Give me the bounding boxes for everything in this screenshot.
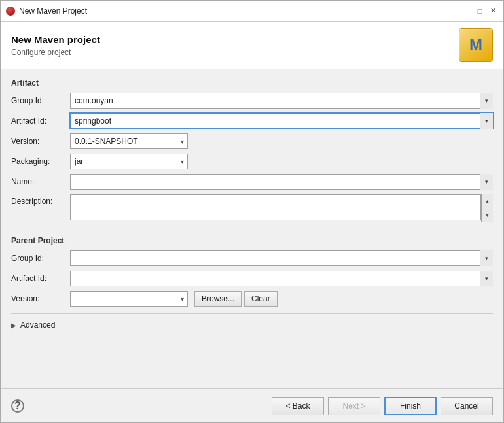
title-bar: New Maven Project — □ ✕ bbox=[1, 1, 503, 22]
parent-artifact-id-wrapper: ▾ bbox=[70, 271, 493, 286]
group-id-input-wrapper: ▾ bbox=[70, 93, 493, 109]
parent-artifact-id-input[interactable] bbox=[70, 271, 493, 286]
name-dropdown-btn[interactable]: ▾ bbox=[480, 174, 493, 190]
clear-button[interactable]: Clear bbox=[244, 291, 278, 307]
browse-button[interactable]: Browse... bbox=[194, 291, 242, 307]
packaging-label: Packaging: bbox=[11, 157, 70, 166]
version-label: Version: bbox=[11, 137, 70, 146]
parent-group-id-dropdown-btn[interactable]: ▾ bbox=[480, 250, 493, 266]
artifact-id-row: Artifact Id: ▾ bbox=[11, 113, 493, 129]
dialog-header: New Maven project Configure project M bbox=[1, 22, 503, 69]
parent-artifact-id-dropdown-btn[interactable]: ▾ bbox=[480, 271, 493, 286]
minimize-button[interactable]: — bbox=[461, 6, 472, 16]
section-separator bbox=[11, 229, 493, 229]
group-id-field: ▾ bbox=[70, 93, 493, 109]
packaging-row: Packaging: jar war pom ear bbox=[11, 154, 493, 169]
name-row: Name: ▾ bbox=[11, 174, 493, 190]
close-button[interactable]: ✕ bbox=[488, 6, 498, 16]
advanced-separator bbox=[11, 313, 493, 314]
dialog-content: Artifact Group Id: ▾ Artifact Id: ▾ bbox=[1, 69, 503, 388]
group-id-input[interactable] bbox=[70, 93, 493, 109]
description-input[interactable] bbox=[70, 194, 481, 220]
dialog-window: New Maven Project — □ ✕ New Maven projec… bbox=[0, 0, 504, 423]
artifact-id-input[interactable] bbox=[70, 113, 493, 129]
parent-artifact-id-label: Artifact Id: bbox=[11, 274, 70, 283]
parent-section-label: Parent Project bbox=[11, 236, 493, 245]
back-button[interactable]: < Back bbox=[272, 397, 324, 415]
description-row: Description: ▲ ▼ bbox=[11, 194, 493, 222]
footer-buttons: < Back Next > Finish Cancel bbox=[272, 397, 493, 415]
app-icon bbox=[6, 7, 15, 16]
header-title: New Maven project bbox=[11, 34, 100, 45]
version-select-wrapper: 0.0.1-SNAPSHOT 1.0.0 1.0.0-SNAPSHOT bbox=[70, 133, 188, 149]
parent-version-label: Version: bbox=[11, 294, 70, 303]
version-row: Version: 0.0.1-SNAPSHOT 1.0.0 1.0.0-SNAP… bbox=[11, 133, 493, 149]
parent-group-id-field: ▾ bbox=[70, 250, 493, 266]
parent-version-select-wrapper bbox=[70, 291, 188, 307]
maven-icon: M bbox=[459, 28, 493, 62]
description-spin-up[interactable]: ▲ bbox=[482, 194, 493, 209]
artifact-id-dropdown-btn[interactable]: ▾ bbox=[480, 113, 493, 129]
header-subtitle: Configure project bbox=[11, 48, 100, 57]
parent-version-select[interactable] bbox=[70, 291, 188, 307]
advanced-toggle[interactable]: ▶ Advanced bbox=[11, 320, 493, 330]
parent-group-id-label: Group Id: bbox=[11, 254, 70, 263]
title-bar-text: New Maven Project bbox=[19, 7, 461, 16]
description-spin-down[interactable]: ▼ bbox=[482, 209, 493, 223]
name-input-wrapper: ▾ bbox=[70, 174, 493, 190]
parent-group-id-input[interactable] bbox=[70, 250, 493, 266]
parent-artifact-id-row: Artifact Id: ▾ bbox=[11, 271, 493, 286]
parent-artifact-id-field: ▾ bbox=[70, 271, 493, 286]
description-spinner: ▲ ▼ bbox=[481, 194, 493, 222]
parent-version-row: Version: Browse... Clear bbox=[11, 291, 493, 307]
packaging-select-wrapper: jar war pom ear bbox=[70, 154, 188, 169]
name-field: ▾ bbox=[70, 174, 493, 190]
artifact-section-label: Artifact bbox=[11, 78, 493, 88]
group-id-dropdown-btn[interactable]: ▾ bbox=[480, 93, 493, 109]
group-id-row: Group Id: ▾ bbox=[11, 93, 493, 109]
group-id-label: Group Id: bbox=[11, 96, 70, 105]
description-field: ▲ ▼ bbox=[70, 194, 493, 222]
next-button[interactable]: Next > bbox=[328, 397, 380, 415]
cancel-button[interactable]: Cancel bbox=[441, 397, 493, 415]
parent-group-id-wrapper: ▾ bbox=[70, 250, 493, 266]
maximize-button[interactable]: □ bbox=[475, 6, 485, 16]
advanced-arrow-icon: ▶ bbox=[11, 322, 16, 329]
packaging-select[interactable]: jar war pom ear bbox=[70, 154, 188, 169]
name-input[interactable] bbox=[70, 174, 493, 190]
description-label: Description: bbox=[11, 194, 70, 206]
finish-button[interactable]: Finish bbox=[384, 397, 437, 415]
browse-clear-group: Browse... Clear bbox=[194, 291, 278, 307]
artifact-id-field: ▾ bbox=[70, 113, 493, 129]
header-text: New Maven project Configure project bbox=[11, 34, 100, 57]
help-button[interactable]: ? bbox=[11, 399, 24, 413]
title-bar-controls: — □ ✕ bbox=[461, 6, 498, 16]
version-select[interactable]: 0.0.1-SNAPSHOT 1.0.0 1.0.0-SNAPSHOT bbox=[70, 133, 188, 149]
parent-group-id-row: Group Id: ▾ bbox=[11, 250, 493, 266]
artifact-id-input-wrapper: ▾ bbox=[70, 113, 493, 129]
advanced-label: Advanced bbox=[20, 320, 55, 330]
dialog-footer: ? < Back Next > Finish Cancel bbox=[1, 388, 503, 422]
name-label: Name: bbox=[11, 177, 70, 186]
artifact-id-label: Artifact Id: bbox=[11, 116, 70, 126]
